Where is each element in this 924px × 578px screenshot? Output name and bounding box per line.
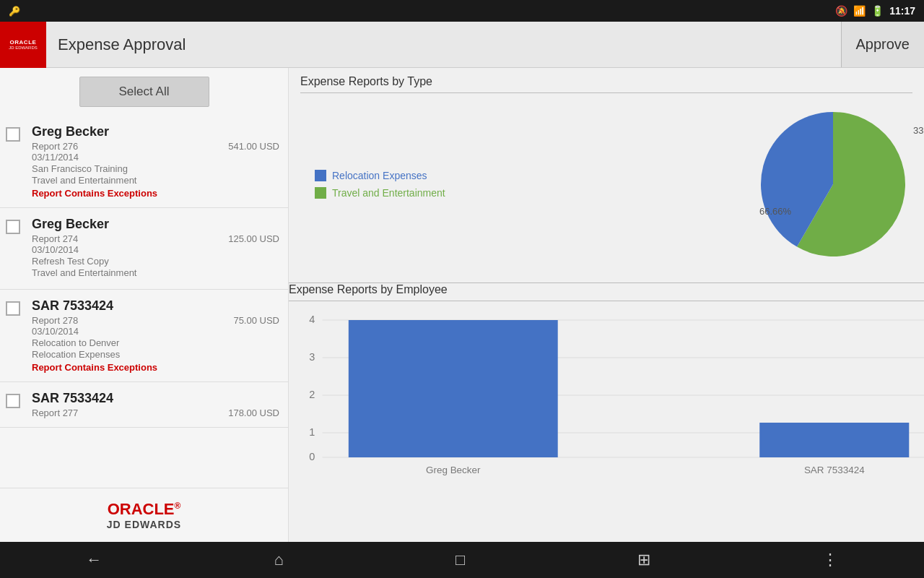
mute-icon: 🔕 xyxy=(835,5,847,17)
right-panel: Expense Reports by Type Relocation Expen… xyxy=(289,68,924,542)
battery-icon: 🔋 xyxy=(871,5,884,17)
list-item: SAR 7533424 Report 278 75.00 USD 03/10/2… xyxy=(0,290,288,382)
item-category-3: Relocation Expenses xyxy=(32,349,279,360)
logo-jde-text: JD EDWARDS xyxy=(9,46,37,50)
item-name-2: Greg Becker xyxy=(32,217,279,232)
svg-text:3: 3 xyxy=(309,351,315,363)
more-button[interactable]: ⋮ xyxy=(816,545,844,575)
item-date-2: 03/10/2014 xyxy=(32,244,279,255)
left-panel: Select All Greg Becker Report 276 541.00… xyxy=(0,68,289,542)
key-icon: 🔑 xyxy=(9,6,20,17)
chart-section-by-type: Expense Reports by Type Relocation Expen… xyxy=(289,68,924,282)
svg-text:SAR 7533424: SAR 7533424 xyxy=(804,465,865,475)
item-desc-3: Relocation to Denver xyxy=(32,337,279,348)
app-logo: ORACLE JD EDWARDS xyxy=(0,22,46,68)
item-report-4: Report 277 xyxy=(32,407,78,418)
item-amount-2: 125.00 USD xyxy=(228,233,279,244)
legend-label-green: Travel and Entertainment xyxy=(332,187,445,199)
screenshot-button[interactable]: ⊞ xyxy=(632,545,656,575)
jd-edwards-footer: JD EDWARDS xyxy=(107,519,181,530)
item-name-4: SAR 7533424 xyxy=(32,391,279,406)
item-report-2: Report 274 xyxy=(32,233,78,244)
checkbox-1[interactable] xyxy=(6,127,20,142)
item-name-1: Greg Becker xyxy=(32,124,279,139)
item-report-1: Report 276 xyxy=(32,141,78,152)
item-exception-3: Report Contains Exceptions xyxy=(32,362,279,373)
select-all-button[interactable]: Select All xyxy=(79,77,209,107)
item-date-3: 03/10/2014 xyxy=(32,326,279,337)
status-bar: 🔑 🔕 📶 🔋 11:17 xyxy=(0,0,924,22)
item-report-3: Report 278 xyxy=(32,315,78,326)
item-desc-1: San Francisco Training xyxy=(32,163,279,174)
item-content-2: Greg Becker Report 274 125.00 USD 03/10/… xyxy=(32,217,279,280)
item-amount-3: 75.00 USD xyxy=(233,315,279,326)
status-bar-left: 🔑 xyxy=(9,6,20,17)
svg-text:Greg Becker: Greg Becker xyxy=(426,465,481,475)
pie-chart-container: 33.33% 66.66% xyxy=(754,105,912,264)
pie-legend: Relocation Expenses Travel and Entertain… xyxy=(300,170,445,199)
item-content-4: SAR 7533424 Report 277 178.00 USD xyxy=(32,391,279,418)
svg-rect-10 xyxy=(349,320,558,457)
item-desc-2: Refresh Test Copy xyxy=(32,256,279,267)
svg-text:4: 4 xyxy=(309,314,315,325)
svg-text:0: 0 xyxy=(309,451,315,462)
bar-chart-container: 4 3 2 1 0 Greg Becker SAR 7533424 xyxy=(289,307,924,480)
chart-section-by-employee: Expense Reports by Employee 4 3 2 1 0 xyxy=(289,283,924,486)
app-title: Expense Approval xyxy=(46,35,841,54)
checkbox-area xyxy=(6,124,32,142)
approve-button[interactable]: Approve xyxy=(841,22,925,67)
item-content-1: Greg Becker Report 276 541.00 USD 03/11/… xyxy=(32,124,279,199)
oracle-logo-footer: ORACLE® xyxy=(108,500,181,519)
checkbox-3[interactable] xyxy=(6,301,20,316)
wifi-icon: 📶 xyxy=(853,5,866,17)
item-category-1: Travel and Entertainment xyxy=(32,175,279,186)
pie-section: Relocation Expenses Travel and Entertain… xyxy=(300,99,912,275)
checkbox-area xyxy=(6,391,32,408)
bottom-nav: ← ⌂ □ ⊞ ⋮ xyxy=(0,542,924,578)
item-name-3: SAR 7533424 xyxy=(32,298,279,314)
checkbox-4[interactable] xyxy=(6,394,20,408)
chart-title-employee: Expense Reports by Employee xyxy=(289,283,924,301)
pie-label-66: 66.66% xyxy=(759,206,791,217)
home-button[interactable]: ⌂ xyxy=(268,545,289,575)
item-amount-4: 178.00 USD xyxy=(228,407,279,418)
svg-rect-12 xyxy=(759,423,909,457)
oracle-footer: ORACLE® JD EDWARDS xyxy=(0,488,288,542)
item-row-2: Report 274 125.00 USD xyxy=(32,233,279,244)
checkbox-2[interactable] xyxy=(6,220,20,234)
item-row-3: Report 278 75.00 USD xyxy=(32,315,279,326)
item-category-2: Travel and Entertainment xyxy=(32,267,279,278)
app-header: ORACLE JD EDWARDS Expense Approval Appro… xyxy=(0,22,924,68)
legend-item-blue: Relocation Expenses xyxy=(315,170,445,181)
item-amount-1: 541.00 USD xyxy=(228,141,279,152)
checkbox-area xyxy=(6,217,32,234)
pie-chart-svg xyxy=(754,105,912,264)
item-content-3: SAR 7533424 Report 278 75.00 USD 03/10/2… xyxy=(32,298,279,373)
legend-color-blue xyxy=(315,170,326,181)
back-button[interactable]: ← xyxy=(80,545,108,575)
legend-label-blue: Relocation Expenses xyxy=(332,170,427,181)
item-row-4: Report 277 178.00 USD xyxy=(32,407,279,418)
recents-button[interactable]: □ xyxy=(450,545,471,575)
item-date-1: 03/11/2014 xyxy=(32,152,279,163)
list-item: Greg Becker Report 276 541.00 USD 03/11/… xyxy=(0,116,288,208)
checkbox-area xyxy=(6,298,32,316)
bar-chart-svg: 4 3 2 1 0 Greg Becker SAR 7533424 xyxy=(289,313,924,486)
svg-text:2: 2 xyxy=(309,389,315,400)
pie-label-33: 33.33% xyxy=(913,125,924,136)
list-item: SAR 7533424 Report 277 178.00 USD xyxy=(0,382,288,428)
svg-text:1: 1 xyxy=(309,426,315,438)
legend-item-green: Travel and Entertainment xyxy=(315,187,445,199)
main-content: Select All Greg Becker Report 276 541.00… xyxy=(0,68,924,542)
clock: 11:17 xyxy=(889,5,915,17)
logo-oracle-text: ORACLE xyxy=(10,40,37,46)
item-exception-1: Report Contains Exceptions xyxy=(32,188,279,199)
chart-title-type: Expense Reports by Type xyxy=(300,75,912,93)
item-row-1: Report 276 541.00 USD xyxy=(32,141,279,152)
status-bar-right: 🔕 📶 🔋 11:17 xyxy=(835,5,915,17)
list-item: Greg Becker Report 274 125.00 USD 03/10/… xyxy=(0,208,288,290)
legend-color-green xyxy=(315,187,326,199)
oracle-footer-name: ORACLE® xyxy=(108,500,181,518)
